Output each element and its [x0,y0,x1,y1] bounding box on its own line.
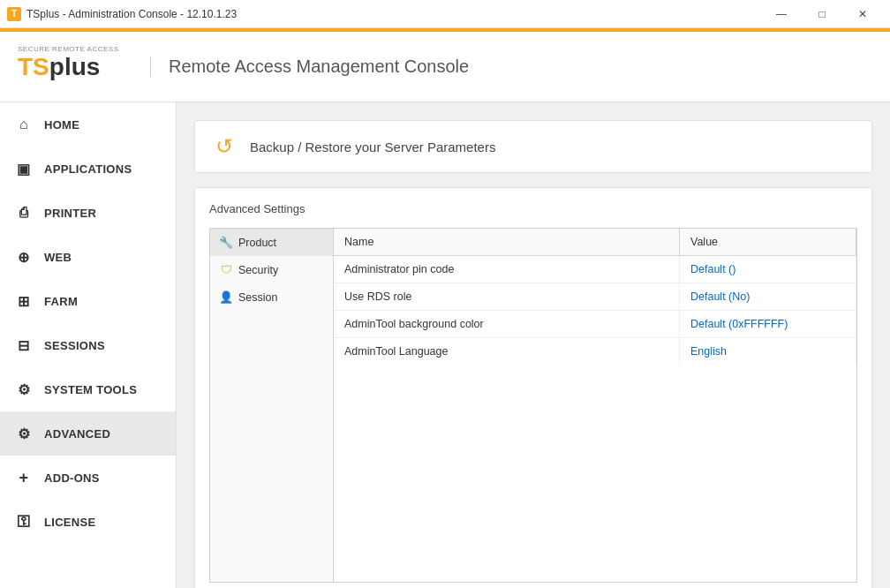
shield-icon: 🛡 [219,263,233,276]
sidebar-label-home: HOME [44,118,79,132]
license-icon [14,512,34,531]
app-icon: T [7,7,21,21]
row-3-value: English [680,338,856,365]
person-icon: 👤 [219,290,233,304]
logo-tagline: SECURE REMOTE ACCESS [18,45,124,53]
settings-nav-session[interactable]: 👤 Session [210,283,333,311]
page-header: ↺ Backup / Restore your Server Parameter… [194,120,872,173]
window-controls: — □ ✕ [761,0,883,28]
maximize-button[interactable]: □ [802,0,842,28]
row-1-value: Default (No) [680,283,856,310]
col-header-name: Name [334,229,680,255]
sidebar-label-license: LICENSE [44,516,95,529]
sidebar-item-web[interactable]: WEB [0,235,176,279]
sessions-icon [14,335,34,355]
backup-restore-icon: ↺ [211,133,238,160]
row-2-value: Default (0xFFFFFF) [680,311,856,337]
content-area: ↺ Backup / Restore your Server Parameter… [177,102,890,588]
settings-nav-security-label: Security [238,264,278,276]
row-0-value: Default () [680,256,856,283]
sidebar-label-system-tools: SYSTEM TOOLS [44,383,137,396]
sidebar-label-sessions: SESSIONS [44,339,105,352]
table-row[interactable]: AdminTool Language English [334,338,856,365]
titlebar-title: TSplus - Administration Console - 12.10.… [26,8,237,20]
farm-icon [14,291,34,311]
logo-ts: TS [18,55,49,79]
home-icon [14,115,34,134]
titlebar: T TSplus - Administration Console - 12.1… [0,0,890,28]
sidebar-label-farm: FARM [44,295,78,308]
settings-nav-session-label: Session [238,291,277,304]
row-1-name: Use RDS role [334,283,680,310]
row-0-name: Administrator pin code [334,256,680,283]
sidebar-label-printer: PRINTER [44,207,96,220]
sidebar: HOME APPLICATIONS PRINTER WEB FARM SESSI… [0,102,177,588]
sidebar-item-license[interactable]: LICENSE [0,500,176,544]
sidebar-item-applications[interactable]: APPLICATIONS [0,147,176,191]
sidebar-item-advanced[interactable]: ADVANCED [0,411,176,456]
web-icon [14,247,34,267]
table-row[interactable]: Administrator pin code Default () [334,256,856,283]
sidebar-label-applications: APPLICATIONS [44,162,132,176]
sidebar-item-home[interactable]: HOME [0,102,176,147]
main-layout: HOME APPLICATIONS PRINTER WEB FARM SESSI… [0,102,890,588]
table-row[interactable]: AdminTool background color Default (0xFF… [334,311,856,338]
row-2-name: AdminTool background color [334,311,680,337]
wrench-icon: 🔧 [219,236,233,249]
sidebar-item-sessions[interactable]: SESSIONS [0,323,176,367]
system-tools-icon [14,380,34,399]
table-header: Name Value [334,229,856,256]
app-header: SECURE REMOTE ACCESS TSplus Remote Acces… [0,32,890,102]
apps-icon [14,159,34,178]
minimize-button[interactable]: — [761,0,802,28]
row-3-name: AdminTool Language [334,338,680,365]
sidebar-label-advanced: ADVANCED [44,427,110,441]
settings-layout: 🔧 Product 🛡 Security 👤 Session [209,228,857,583]
logo: SECURE REMOTE ACCESS TSplus [18,45,124,89]
logo-plus: plus [49,55,101,79]
settings-table: Name Value Administrator pin code Defaul… [334,229,856,582]
sidebar-item-farm[interactable]: FARM [0,279,176,323]
table-row[interactable]: Use RDS role Default (No) [334,283,856,311]
settings-nav: 🔧 Product 🛡 Security 👤 Session [210,229,334,582]
close-button[interactable]: ✕ [842,0,883,28]
sidebar-item-printer[interactable]: PRINTER [0,191,176,235]
printer-icon [14,203,34,222]
settings-panel: Advanced Settings 🔧 Product 🛡 Security 👤… [194,187,872,588]
titlebar-left: T TSplus - Administration Console - 12.1… [7,7,237,21]
sidebar-label-web: WEB [44,251,72,264]
addons-icon [14,468,34,487]
page-header-title: Backup / Restore your Server Parameters [250,139,495,155]
settings-panel-title: Advanced Settings [209,202,857,215]
col-header-value: Value [680,229,856,255]
sidebar-label-add-ons: ADD-ONS [44,471,100,485]
advanced-icon [14,424,34,443]
app-title: Remote Access Management Console [150,57,469,77]
settings-nav-security[interactable]: 🛡 Security [210,256,333,283]
settings-nav-product-label: Product [238,237,276,249]
settings-nav-product[interactable]: 🔧 Product [210,229,333,256]
logo-area: SECURE REMOTE ACCESS TSplus [18,45,124,89]
sidebar-item-add-ons[interactable]: ADD-ONS [0,456,176,500]
sidebar-item-system-tools[interactable]: SYSTEM TOOLS [0,367,176,411]
